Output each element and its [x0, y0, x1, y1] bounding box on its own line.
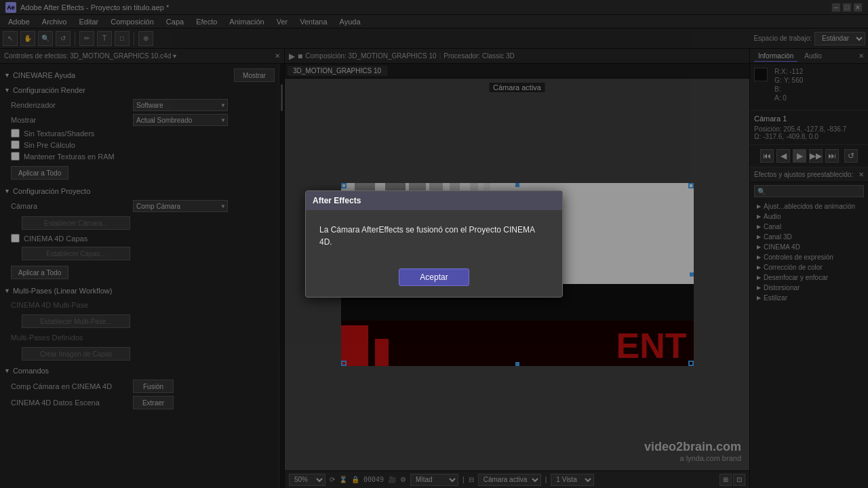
modal-accept-button[interactable]: Aceptar — [399, 268, 469, 286]
modal-titlebar: After Effects — [306, 191, 562, 210]
modal-message: La Cámara AfterEffects se fusionó con el… — [319, 225, 534, 247]
modal-overlay: After Effects La Cámara AfterEffects se … — [0, 0, 868, 488]
modal-body: La Cámara AfterEffects se fusionó con el… — [306, 210, 562, 262]
modal-dialog: After Effects La Cámara AfterEffects se … — [305, 190, 563, 298]
modal-title: After Effects — [313, 196, 361, 205]
modal-footer: Aceptar — [306, 262, 562, 297]
